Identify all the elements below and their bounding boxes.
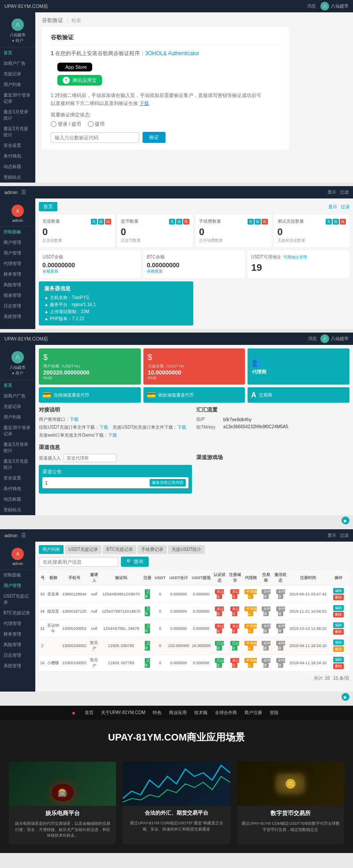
s3-nav-security[interactable]: 安全设置 [0, 473, 35, 483]
s3-nav-website[interactable]: 登録站点 [0, 505, 35, 515]
s2-nav-report[interactable]: 报表管理 [0, 290, 35, 301]
balance-btc-link[interactable]: 余额更新 [147, 269, 242, 274]
sidebar-item-activity[interactable]: 动态标题 [0, 161, 35, 172]
edit-btn[interactable]: 编辑 [333, 622, 344, 628]
doc-link2[interactable]: 下载 [99, 425, 108, 430]
stat-btn-w1[interactable]: 充 [169, 219, 175, 224]
stat-btn-t3[interactable]: 统 [340, 219, 346, 224]
sidebar-item-security[interactable]: 安全设置 [0, 140, 35, 151]
address-manage-link[interactable]: 可用地址管理 [283, 254, 307, 260]
nav-merchant[interactable]: 商户注册 [242, 710, 265, 716]
nav-tech[interactable]: 技术额 [192, 710, 210, 716]
s3-nav-home[interactable]: 首页 [0, 380, 35, 391]
download-link[interactable]: 下载 [139, 101, 149, 106]
stat-btn-r1[interactable]: 充 [91, 219, 97, 224]
s4-tab-stat[interactable]: 充提USDT统计 [168, 545, 205, 554]
s4-tab-userlist[interactable]: 用户列表 [39, 545, 64, 554]
sidebar-item-merchant[interactable]: 加商户广告 [0, 58, 35, 69]
s3-nav-stat[interactable]: 最近3月充提统计 [0, 456, 35, 473]
s3-nav-wallet[interactable]: 条付钱包 [0, 483, 35, 494]
nav-business[interactable]: 商业应用 [166, 710, 189, 716]
delete-btn[interactable]: 删除 [333, 595, 344, 600]
s4-menu-icon[interactable]: ☰ [21, 532, 26, 539]
s4-nav-system[interactable]: 系统管理 [0, 661, 35, 671]
doc-link4[interactable]: 下载 [108, 433, 117, 438]
s4-nav-btc[interactable]: BTC充提记录 [0, 608, 35, 618]
s4-nav-finance[interactable]: 财务管理 [0, 629, 35, 640]
scroll-btn2[interactable]: ▶ [342, 693, 349, 701]
edit-btn[interactable]: 编辑 [333, 588, 344, 594]
user-search-input[interactable] [39, 557, 118, 567]
s3-nav-merchant[interactable]: 加商户广告 [0, 391, 35, 401]
s4-nav-userlist[interactable]: 用户管理 [0, 580, 35, 591]
edit-btn[interactable]: 编辑 [333, 605, 344, 611]
modify-btn[interactable]: 修改 [333, 646, 344, 652]
radio-login[interactable]: 登录 / 提币 [51, 121, 81, 127]
s2-tab-home[interactable]: 首页 [39, 202, 57, 211]
sidebar-item-login3[interactable]: 最近3月登录统计 [0, 107, 35, 123]
radio-withdraw-input[interactable] [88, 121, 94, 127]
nav-global[interactable]: 全球合作商 [212, 710, 240, 716]
s4-nav-log[interactable]: 日志管理 [0, 650, 35, 661]
stat-btn-r2[interactable]: 提 [98, 219, 104, 224]
s4-nav-usdt[interactable]: USDT充提记录 [0, 591, 35, 608]
stat-btn-r3[interactable]: 统 [105, 219, 111, 224]
s2-action-show[interactable]: 显示 [328, 204, 337, 210]
nav-about[interactable]: 关于UPAY-81YM.COM [98, 710, 148, 716]
edit-btn2[interactable]: 编辑 [333, 640, 344, 645]
channel-input[interactable] [64, 454, 116, 462]
s3-nav-recharge[interactable]: 充提记录 [0, 401, 35, 412]
s2-nav-finance[interactable]: 财务管理 [0, 269, 35, 280]
auth-code-input[interactable] [51, 132, 139, 143]
s3-nav-activity[interactable]: 动态标题 [0, 494, 35, 505]
s2-nav-proxy[interactable]: 代理管理 [0, 258, 35, 269]
doc-link1[interactable]: 下载 [70, 417, 79, 422]
scroll-btn[interactable]: ▶ [342, 516, 349, 524]
auth-submit-btn[interactable]: 验证 [143, 132, 165, 143]
stat-btn-w3[interactable]: 统 [183, 219, 189, 224]
nav-features[interactable]: 特色 [150, 710, 164, 716]
sidebar-item-login3stat[interactable]: 最近3月充提统计 [0, 123, 35, 140]
radio-login-input[interactable] [51, 121, 56, 127]
s4-tab-btc[interactable]: BTC充提记录 [103, 545, 136, 554]
stat-btn-t1[interactable]: 充 [326, 219, 332, 224]
stat-btn-t2[interactable]: 提 [333, 219, 339, 224]
sidebar-item-recharge[interactable]: 充提记录 [0, 69, 35, 79]
sidebar-item-website[interactable]: 登録站点 [0, 172, 35, 183]
s2-action-filter[interactable]: 过滤 [341, 204, 349, 210]
s4-nav-proxy[interactable]: 代理管理 [0, 618, 35, 629]
s2-menu-icon[interactable]: ☰ [21, 189, 26, 195]
nav-home[interactable]: 首页 [82, 710, 96, 716]
s3-nav-userlist[interactable]: 用户列表 [0, 412, 35, 423]
balance-usdt-link[interactable]: 余额更新 [42, 269, 137, 274]
delete-btn[interactable]: 删除 [333, 629, 344, 635]
edit-btn3[interactable]: 编辑 [333, 657, 344, 662]
delete-btn3[interactable]: 删除 [333, 663, 344, 669]
s2-nav-dashboard[interactable]: 控制面板 [0, 227, 35, 237]
s2-nav-log[interactable]: 日志管理 [0, 301, 35, 311]
sidebar-item-wallet[interactable]: 条付钱包 [0, 151, 35, 161]
s3-nav-login3[interactable]: 最近3月登录统计 [0, 439, 35, 456]
s4-tab-usdt[interactable]: USDT充提记录 [65, 545, 101, 554]
s4-nav-dashboard[interactable]: 控制面板 [0, 570, 35, 580]
tencent-badge[interactable]: T 腾讯应用宝 [57, 75, 102, 86]
s2-nav-user[interactable]: 用户管理 [0, 248, 35, 258]
stat-btn-f1[interactable]: 充 [248, 219, 254, 224]
user-search-btn[interactable]: 🔍 查询 [121, 557, 149, 567]
s2-nav-merchant[interactable]: 商户管理 [0, 237, 35, 248]
s2-nav-risk[interactable]: 风险管理 [0, 280, 35, 290]
s4-tab-fee[interactable]: 手续费记录 [138, 545, 167, 554]
nav-login[interactable]: 登陆 [267, 710, 281, 716]
help-link[interactable]: 消息 [307, 3, 316, 9]
sidebar-item-login30[interactable]: 最近30个登录记录 [0, 90, 35, 107]
s3-nav-login30[interactable]: 最近30个登录记录 [0, 423, 35, 439]
sidebar-item-home[interactable]: 首页 [0, 48, 35, 58]
doc-link3[interactable]: 下载 [177, 425, 186, 430]
channel-update-btn[interactable]: 修改当前公告内容 [150, 479, 186, 486]
sidebar-item-userlist[interactable]: 用户列表 [0, 79, 35, 90]
s2-nav-system[interactable]: 系统管理 [0, 311, 35, 322]
stat-btn-f2[interactable]: 提 [255, 219, 261, 224]
appstore-badge[interactable]: App Store [57, 63, 92, 71]
s4-nav-risk[interactable]: 风险管理 [0, 640, 35, 650]
stat-btn-w2[interactable]: 提 [176, 219, 182, 224]
